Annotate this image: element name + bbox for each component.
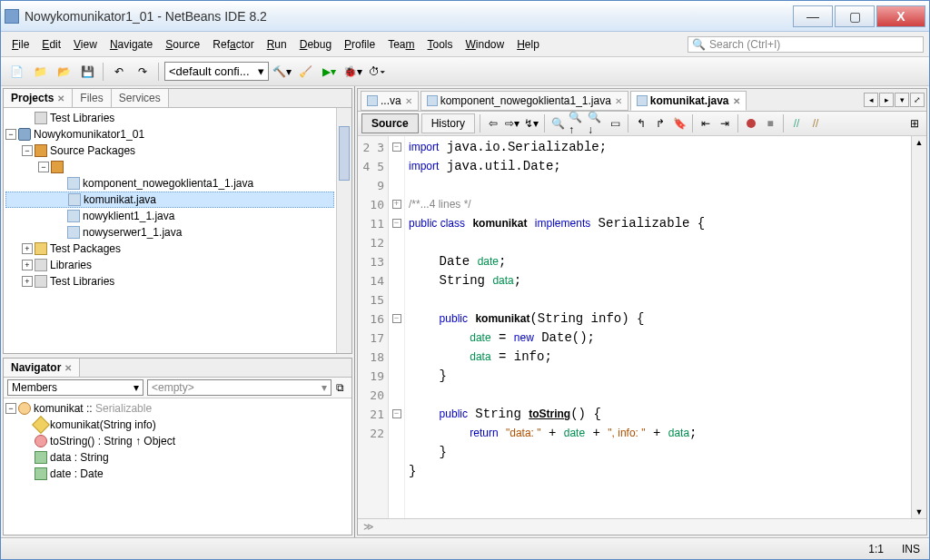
- editor-scrollbar-vertical[interactable]: ▲ ▼: [911, 136, 926, 518]
- run-config-select[interactable]: <default confi...: [164, 62, 269, 81]
- tree-toggle[interactable]: −: [22, 145, 33, 156]
- tree-item[interactable]: +Test Libraries: [5, 273, 334, 290]
- editor-tab[interactable]: komunikat.java✕: [630, 91, 747, 111]
- prev-bookmark-button[interactable]: ↰: [633, 115, 649, 132]
- navigator-tree[interactable]: −komunikat :: Serializablekomunikat(Stri…: [4, 398, 351, 535]
- tree-toggle[interactable]: −: [5, 403, 16, 414]
- menu-debug[interactable]: Debug: [294, 35, 337, 54]
- tree-item[interactable]: −komunikat :: Serializable: [5, 400, 350, 417]
- tab-scroll-left-button[interactable]: ◂: [864, 93, 878, 107]
- undo-button[interactable]: ↶: [109, 62, 129, 82]
- close-tab-icon[interactable]: ✕: [615, 96, 622, 106]
- tree-item[interactable]: toString() : String ↑ Object: [5, 433, 350, 449]
- tab-services[interactable]: Services: [112, 89, 169, 107]
- tab-files[interactable]: Files: [73, 89, 111, 107]
- find-next-button[interactable]: 🔍↓: [588, 115, 604, 132]
- tab-navigator[interactable]: Navigator✕: [4, 359, 80, 377]
- source-view-tab[interactable]: Source: [361, 113, 419, 133]
- editor-tab[interactable]: ...va✕: [361, 91, 419, 111]
- back-button[interactable]: ⇦: [485, 115, 501, 132]
- tree-item[interactable]: nowyklient1_1.java: [5, 208, 334, 224]
- history-view-tab[interactable]: History: [421, 113, 475, 133]
- shift-right-button[interactable]: ⇥: [717, 115, 733, 132]
- open-button[interactable]: 📂: [54, 62, 74, 82]
- scrollbar-vertical[interactable]: [336, 108, 351, 353]
- fold-toggle[interactable]: −: [392, 409, 401, 418]
- tree-item[interactable]: −Nowykomunikator1_01: [5, 126, 334, 142]
- menu-run[interactable]: Run: [262, 35, 292, 54]
- projects-tree[interactable]: Test Libraries−Nowykomunikator1_01−Sourc…: [4, 108, 336, 353]
- save-all-button[interactable]: 💾: [77, 62, 97, 82]
- new-project-button[interactable]: 📁: [30, 62, 50, 82]
- close-tab-icon[interactable]: ✕: [405, 96, 412, 106]
- fold-toggle[interactable]: −: [392, 314, 401, 323]
- uncomment-button[interactable]: //: [807, 115, 824, 132]
- new-file-button[interactable]: 📄: [6, 62, 26, 82]
- menu-help[interactable]: Help: [511, 35, 545, 54]
- fold-toggle[interactable]: −: [392, 142, 401, 152]
- menu-window[interactable]: Window: [460, 35, 510, 54]
- clean-build-button[interactable]: 🧹: [296, 62, 316, 82]
- profile-button[interactable]: ⏱▾: [367, 62, 387, 82]
- close-tab-icon[interactable]: ✕: [733, 96, 740, 106]
- line-number-gutter[interactable]: 2 3 4 5 9 10 11 12 13 14 15 16 17 18 19 …: [358, 136, 389, 518]
- tree-item[interactable]: komunikat(String info): [5, 417, 350, 433]
- navigator-filter-input[interactable]: <empty>▾: [147, 379, 331, 396]
- quick-search-input[interactable]: 🔍 Search (Ctrl+I): [688, 36, 924, 53]
- tree-item[interactable]: +Libraries: [5, 257, 334, 273]
- scroll-down-icon[interactable]: ▼: [915, 507, 924, 516]
- comment-button[interactable]: //: [788, 115, 805, 132]
- close-icon[interactable]: ✕: [57, 93, 64, 103]
- build-button[interactable]: 🔨▾: [272, 62, 292, 82]
- run-button[interactable]: ▶▾: [320, 62, 340, 82]
- maximize-editor-button[interactable]: ⤢: [910, 93, 925, 107]
- tree-item[interactable]: data : String: [5, 449, 350, 466]
- tab-scroll-right-button[interactable]: ▸: [879, 93, 894, 107]
- forward-button[interactable]: ⇨▾: [504, 115, 520, 132]
- tab-projects[interactable]: Projects✕: [4, 89, 73, 107]
- last-edit-button[interactable]: ↯▾: [523, 115, 539, 132]
- tree-item[interactable]: date : Date: [5, 466, 350, 482]
- next-bookmark-button[interactable]: ↱: [652, 115, 668, 132]
- menu-profile[interactable]: Profile: [339, 35, 381, 54]
- find-prev-button[interactable]: 🔍↑: [569, 115, 585, 132]
- tree-toggle[interactable]: +: [22, 276, 33, 287]
- menu-view[interactable]: View: [68, 35, 103, 54]
- redo-button[interactable]: ↷: [133, 62, 153, 82]
- shift-left-button[interactable]: ⇤: [698, 115, 714, 132]
- find-selection-button[interactable]: 🔍: [549, 115, 566, 132]
- fold-toggle[interactable]: −: [392, 219, 401, 228]
- start-macro-button[interactable]: [743, 115, 759, 132]
- code-editor[interactable]: import java.io.Serializable; import java…: [405, 136, 911, 518]
- menu-edit[interactable]: Edit: [36, 35, 66, 54]
- tree-item[interactable]: −Source Packages: [5, 142, 334, 159]
- close-icon[interactable]: ✕: [64, 363, 72, 373]
- menu-refactor[interactable]: Refactor: [207, 35, 259, 54]
- fold-toggle[interactable]: +: [392, 200, 401, 209]
- tree-item[interactable]: +Test Packages: [5, 241, 334, 257]
- menu-source[interactable]: Source: [160, 35, 205, 54]
- editor-breadcrumb[interactable]: ≫: [358, 518, 926, 535]
- debug-button[interactable]: 🐞▾: [343, 62, 363, 82]
- editor-tab[interactable]: komponent_nowegoklienta1_1.java✕: [420, 91, 628, 111]
- menu-tools[interactable]: Tools: [421, 35, 458, 54]
- close-button[interactable]: X: [876, 5, 925, 27]
- tree-item[interactable]: komunikat.java: [5, 192, 334, 208]
- tree-toggle[interactable]: +: [22, 260, 33, 270]
- maximize-button[interactable]: ▢: [835, 5, 875, 27]
- navigator-options-button[interactable]: ⧉: [331, 381, 348, 394]
- scroll-up-icon[interactable]: ▲: [915, 138, 924, 147]
- stop-macro-button[interactable]: ■: [762, 115, 778, 132]
- tree-toggle[interactable]: +: [22, 243, 33, 254]
- navigator-view-select[interactable]: Members▾: [7, 379, 143, 396]
- menu-team[interactable]: Team: [382, 35, 420, 54]
- menu-navigate[interactable]: Navigate: [104, 35, 158, 54]
- tab-list-button[interactable]: ▾: [895, 93, 909, 107]
- tree-item[interactable]: komponent_nowegoklienta1_1.java: [5, 175, 334, 192]
- tree-toggle[interactable]: −: [38, 162, 49, 172]
- minimize-button[interactable]: —: [793, 5, 833, 27]
- tree-toggle[interactable]: −: [5, 129, 16, 140]
- toggle-bookmark-button[interactable]: 🔖: [671, 115, 688, 132]
- toggle-highlight-button[interactable]: ▭: [607, 115, 623, 132]
- menu-file[interactable]: File: [6, 35, 35, 54]
